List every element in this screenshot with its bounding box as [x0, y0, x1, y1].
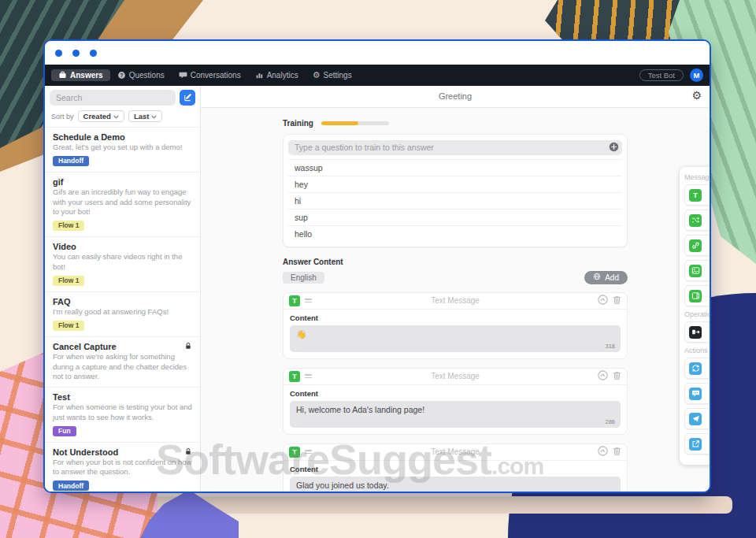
status-badge: Flow 1 [53, 321, 84, 331]
window-control-dot[interactable] [90, 50, 97, 57]
list-item[interactable]: Video You can easily share videos right … [45, 236, 200, 291]
message-block: T Text Message Content Hi, welcome t [283, 368, 628, 435]
search-input[interactable] [50, 90, 176, 106]
add-question-icon[interactable] [609, 142, 619, 152]
collapse-icon[interactable] [598, 445, 608, 459]
palette-video-button[interactable] [684, 285, 711, 306]
content-label: Content [290, 314, 621, 322]
palette-image-button[interactable] [684, 260, 711, 281]
trash-icon[interactable] [613, 294, 621, 308]
palette-chat-button[interactable] [684, 383, 711, 404]
message-block: T Text Message Content 👋 [283, 292, 628, 359]
shuffle-icon [689, 214, 702, 227]
lock-icon [184, 447, 192, 456]
palette-send-button[interactable] [684, 408, 711, 429]
sort-created-dropdown[interactable]: Created [78, 110, 124, 122]
palette-sync-button[interactable] [684, 358, 711, 379]
answer-desc: Great, let's get you set up with a demo! [53, 143, 192, 152]
palette-section-label: Operations [684, 310, 711, 318]
train-question-input[interactable] [288, 140, 622, 155]
tab-questions[interactable]: ? Questions [110, 69, 172, 81]
message-textarea[interactable]: Glad you joined us today. 295 [290, 477, 621, 492]
window-control-dot[interactable] [72, 50, 80, 57]
answer-title: gif [53, 177, 63, 187]
add-label: Add [605, 273, 619, 282]
tab-label: Questions [129, 71, 165, 80]
palette-text-message-button[interactable]: T [684, 184, 711, 206]
video-icon [689, 290, 702, 302]
tab-label: Analytics [267, 71, 298, 80]
trash-icon[interactable] [613, 445, 621, 459]
answer-settings-gear-icon[interactable]: ⚙ [691, 90, 702, 101]
training-progress-fill [321, 121, 358, 125]
trash-icon[interactable] [613, 369, 621, 384]
window-control-dot[interactable] [55, 50, 62, 57]
browser-window: Answers ? Questions Conversations Analyt… [43, 39, 711, 493]
avatar[interactable]: M [690, 69, 703, 82]
tab-analytics[interactable]: Analytics [248, 69, 306, 81]
sort-by-label: Sort by [51, 113, 74, 121]
tab-label: Answers [70, 71, 103, 80]
message-textarea[interactable]: 👋 318 [290, 325, 621, 352]
svg-text:?: ? [120, 72, 123, 78]
training-question[interactable]: wassup [288, 159, 622, 176]
palette-capture-button[interactable] [684, 321, 711, 343]
training-question[interactable]: hi [288, 192, 622, 209]
sort-last-value: Last [134, 112, 150, 121]
answer-title: Cancel Capture [53, 342, 117, 351]
content-label: Content [290, 389, 621, 398]
answer-desc: For when we're asking for something duri… [53, 352, 192, 381]
sort-last-dropdown[interactable]: Last [128, 110, 163, 122]
palette-section-label: Messages [684, 173, 711, 181]
palette-external-link-button[interactable] [684, 433, 711, 455]
training-question[interactable]: sup [288, 209, 622, 225]
new-answer-button[interactable] [180, 90, 195, 106]
list-item[interactable]: Not Understood For when your bot is not … [45, 442, 200, 492]
page-title: Greeting [201, 91, 710, 101]
test-bot-button[interactable]: Test Bot [639, 69, 684, 81]
char-count: 286 [605, 418, 615, 425]
add-language-button[interactable]: Add [584, 271, 628, 284]
window-titlebar [45, 41, 710, 65]
list-item[interactable]: Cancel Capture For when we're asking for… [45, 336, 200, 387]
text-icon: T [689, 189, 702, 202]
capture-icon [689, 326, 702, 339]
message-textarea[interactable]: Hi, welcome to Ada's landing page! 286 [290, 401, 621, 428]
sort-created-value: Created [83, 112, 111, 121]
collapse-icon[interactable] [598, 294, 608, 308]
gear-icon: ⚙ [313, 71, 321, 80]
answer-title: Test [53, 392, 70, 402]
tab-settings[interactable]: ⚙ Settings [306, 69, 359, 81]
briefcase-icon [58, 71, 67, 80]
training-label: Training [283, 119, 313, 128]
training-question[interactable]: hello [288, 225, 622, 242]
answer-title: Schedule a Demo [53, 132, 125, 142]
answer-desc: I'm really good at answering FAQs! [53, 307, 192, 317]
training-questions-card: wassup hey hi sup hello [283, 134, 628, 247]
list-item[interactable]: gif Gifs are an incredibly fun way to en… [45, 172, 200, 236]
link-icon [689, 239, 702, 252]
palette-shuffle-button[interactable] [684, 210, 711, 231]
training-question[interactable]: hey [288, 176, 622, 192]
collapse-icon[interactable] [598, 369, 608, 384]
status-badge: Handoff [53, 156, 89, 166]
sync-icon [689, 362, 702, 375]
tab-conversations[interactable]: Conversations [172, 69, 248, 81]
image-icon [689, 265, 702, 277]
answer-title: Not Understood [53, 447, 118, 457]
list-item[interactable]: FAQ I'm really good at answering FAQs! F… [45, 291, 200, 336]
list-item[interactable]: Schedule a Demo Great, let's get you set… [45, 127, 200, 172]
answer-editor: Greeting ⚙ Training [201, 86, 710, 492]
block-palette: Messages T [680, 167, 711, 465]
language-tab[interactable]: English [283, 272, 324, 284]
list-item[interactable]: Test For when someone is testing your bo… [45, 387, 200, 442]
palette-link-button[interactable] [684, 235, 711, 256]
answer-desc: You can easily share videos right in the… [53, 252, 192, 272]
chat-dots-icon [689, 388, 702, 400]
tab-label: Conversations [191, 71, 241, 80]
question-circle-icon: ? [117, 71, 126, 80]
char-count: 318 [605, 343, 615, 350]
answers-sidebar: Sort by Created Last Schedule a Demo Gre… [45, 86, 201, 492]
block-type-label: Text Message [284, 447, 627, 456]
tab-answers[interactable]: Answers [51, 69, 110, 81]
